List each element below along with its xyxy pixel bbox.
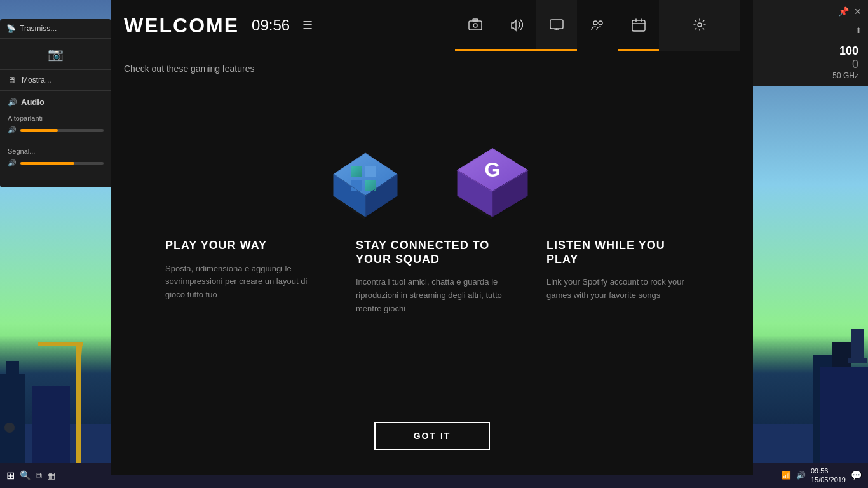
- main-overlay: WELCOME 09:56 ☰: [111, 0, 753, 475]
- time-display: 09:56: [252, 17, 290, 34]
- segnale-speaker-icon: 🔊: [8, 159, 17, 167]
- svg-point-10: [4, 423, 15, 433]
- nav-settings[interactable]: [659, 0, 740, 51]
- taskbar-date: 15/05/2019: [811, 475, 846, 484]
- segnale-track[interactable]: [20, 162, 104, 165]
- expand-icon[interactable]: ⬆: [855, 26, 862, 35]
- camera-button[interactable]: 📷: [0, 39, 111, 70]
- broadcast-icon: 📡: [6, 24, 16, 33]
- capture-header: 📡 Trasmiss...: [0, 19, 111, 39]
- feature-play-your-way: PLAY YOUR WAY Sposta, ridimensiona e agg…: [146, 226, 337, 329]
- windows-key-illustration: [324, 144, 407, 226]
- nav-display[interactable]: [536, 0, 577, 51]
- audio-label: Audio: [21, 97, 44, 107]
- task-view-icon[interactable]: ⧉: [36, 470, 42, 481]
- windows-start-button[interactable]: ⊞: [6, 470, 15, 482]
- slider-divider: [8, 142, 104, 142]
- got-it-container: GOT IT: [374, 422, 491, 463]
- audio-section: 🔊 Audio Altoparlanti 🔊 Segnal... 🔊: [0, 91, 111, 181]
- features-row: PLAY YOUR WAY Sposta, ridimensiona e agg…: [146, 226, 718, 329]
- subtitle: Check out these gaming features: [124, 64, 254, 74]
- svg-rect-5: [38, 342, 83, 346]
- feature-2-title: STAY CONNECTED TO YOUR SQUAD: [356, 239, 508, 266]
- mostra-button[interactable]: 🖥 Mostra...: [0, 70, 111, 91]
- mostra-label: Mostra...: [22, 76, 51, 85]
- nav-audio[interactable]: [496, 0, 536, 51]
- svg-rect-27: [365, 166, 376, 177]
- taskbar-time: 09:56: [811, 466, 846, 475]
- taskbar-icons: 📶 🔊 09:56 15/05/2019 💬: [782, 466, 868, 485]
- svg-rect-2: [6, 361, 19, 418]
- welcome-title: WELCOME: [124, 14, 239, 37]
- notification-icon[interactable]: 💬: [851, 470, 862, 480]
- apps-icon[interactable]: ▦: [47, 470, 55, 480]
- audio-header: 🔊 Audio: [8, 97, 104, 107]
- segnale-slider-row: 🔊: [8, 159, 104, 167]
- audio-header-icon: 🔊: [8, 98, 17, 107]
- monitor-icon: 🖥: [8, 75, 17, 85]
- taskbar-left: ⊞ 🔍 ⧉ ▦: [0, 470, 62, 482]
- feature-3-desc: Link your Spotify account to rock your g…: [546, 276, 699, 302]
- feature-3-title: LISTEN WHILE YOU PLAY: [546, 239, 699, 266]
- segnale-fill: [20, 162, 74, 165]
- svg-rect-3: [32, 386, 70, 463]
- svg-rect-15: [473, 19, 478, 21]
- altoparlanti-group: Altoparlanti 🔊: [8, 114, 104, 134]
- right-close-icon[interactable]: ✕: [854, 6, 862, 17]
- g-key-illustration: G: [445, 137, 540, 226]
- svg-rect-16: [550, 20, 563, 29]
- svg-rect-26: [351, 166, 362, 177]
- right-stats: 100 0 50 GHz: [753, 38, 868, 86]
- taskbar-clock: 09:56 15/05/2019: [811, 466, 846, 485]
- wifi-icon: 📶: [782, 471, 791, 480]
- nav-social[interactable]: [577, 0, 618, 51]
- nav-capture[interactable]: [455, 0, 496, 51]
- top-nav: WELCOME 09:56 ☰: [111, 0, 753, 51]
- svg-rect-11: [851, 329, 864, 361]
- right-side-panel: 📌 ✕ ⬆ 100 0 50 GHz: [753, 0, 868, 86]
- segnale-group: Segnal... 🔊: [8, 147, 104, 167]
- key-illustrations: G: [324, 86, 540, 226]
- altoparlanti-label: Altoparlanti: [8, 114, 104, 122]
- altoparlanti-track[interactable]: [20, 129, 104, 132]
- svg-rect-9: [820, 367, 868, 463]
- hamburger-icon[interactable]: ☰: [302, 18, 313, 32]
- nav-icons: [455, 0, 740, 51]
- feature-stay-connected: STAY CONNECTED TO YOUR SQUAD Incontra i …: [337, 226, 527, 329]
- capture-label: Trasmiss...: [20, 24, 57, 33]
- speaker-icon: 🔊: [8, 126, 17, 134]
- svg-point-20: [698, 23, 702, 27]
- pin-icon[interactable]: 📌: [838, 6, 849, 17]
- right-top-icons: 📌 ✕: [832, 0, 868, 23]
- svg-rect-19: [632, 20, 645, 31]
- content-area: Check out these gaming features: [111, 51, 753, 475]
- altoparlanti-fill: [20, 129, 58, 132]
- svg-point-14: [473, 24, 477, 27]
- search-icon[interactable]: 🔍: [20, 470, 31, 480]
- feature-listen-while-play: LISTEN WHILE YOU PLAY Link your Spotify …: [527, 226, 718, 329]
- segnale-label: Segnal...: [8, 147, 104, 155]
- got-it-button[interactable]: GOT IT: [374, 422, 491, 450]
- svg-point-17: [593, 21, 597, 25]
- svg-rect-13: [469, 21, 482, 30]
- camera-icon: 📷: [48, 46, 64, 62]
- altoparlanti-slider-row: 🔊: [8, 126, 104, 134]
- svg-text:G: G: [485, 158, 501, 181]
- feature-2-desc: Incontra i tuoi amici, chatta e guarda l…: [356, 276, 508, 315]
- stat-100: 100: [839, 44, 858, 58]
- stat-0: 0: [852, 58, 858, 71]
- stat-freq: 50 GHz: [832, 71, 858, 80]
- left-side-panel: 📡 Trasmiss... 📷 🖥 Mostra... 🔊 Audio Alto…: [0, 19, 111, 187]
- volume-icon: 🔊: [796, 471, 806, 480]
- nav-calendar[interactable]: [618, 0, 659, 51]
- svg-point-18: [599, 21, 602, 25]
- svg-rect-12: [848, 358, 867, 363]
- feature-1-desc: Sposta, ridimensiona e aggiungi le sovri…: [165, 262, 318, 302]
- feature-1-title: PLAY YOUR WAY: [165, 239, 318, 253]
